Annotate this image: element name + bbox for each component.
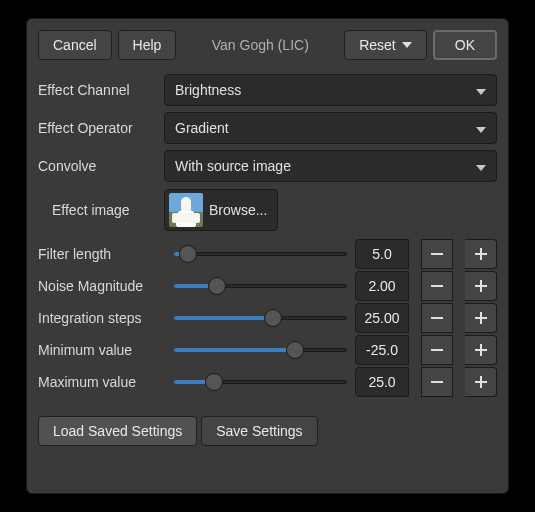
slider-value-input[interactable]: -25.0 bbox=[355, 335, 409, 365]
slider-track[interactable] bbox=[174, 340, 347, 360]
effect-operator-label: Effect Operator bbox=[38, 120, 154, 136]
effect-channel-select[interactable]: Brightness bbox=[164, 74, 497, 106]
slider-track[interactable] bbox=[174, 276, 347, 296]
slider-track[interactable] bbox=[174, 372, 347, 392]
ok-button[interactable]: OK bbox=[433, 30, 497, 60]
content: Effect Channel Brightness Effect Operato… bbox=[38, 74, 497, 446]
chevron-down-icon bbox=[476, 120, 486, 136]
effect-image-label: Effect image bbox=[38, 202, 154, 218]
minus-icon bbox=[431, 253, 443, 255]
plus-icon bbox=[475, 376, 487, 388]
row-convolve: Convolve With source image bbox=[38, 150, 497, 182]
svg-rect-9 bbox=[431, 349, 443, 351]
effect-operator-select[interactable]: Gradient bbox=[164, 112, 497, 144]
slider-knob[interactable] bbox=[205, 373, 223, 391]
slider-value-input[interactable]: 5.0 bbox=[355, 239, 409, 269]
slider-value-input[interactable]: 25.00 bbox=[355, 303, 409, 333]
svg-rect-2 bbox=[475, 253, 487, 255]
browse-label: Browse... bbox=[209, 202, 267, 218]
plus-icon bbox=[475, 312, 487, 324]
decrement-button[interactable] bbox=[421, 303, 453, 333]
decrement-button[interactable] bbox=[421, 335, 453, 365]
decrement-button[interactable] bbox=[421, 367, 453, 397]
slider-fill bbox=[174, 348, 295, 352]
increment-button[interactable] bbox=[465, 271, 497, 301]
effect-operator-value: Gradient bbox=[175, 120, 229, 136]
slider-label: Maximum value bbox=[38, 374, 166, 390]
minus-icon bbox=[431, 381, 443, 383]
dialog: Cancel Help Van Gogh (LIC) Reset OK Effe… bbox=[26, 18, 509, 494]
slider-label: Filter length bbox=[38, 246, 166, 262]
svg-rect-5 bbox=[475, 285, 487, 287]
chevron-down-icon bbox=[476, 158, 486, 174]
minus-icon bbox=[431, 285, 443, 287]
slider-fill bbox=[174, 316, 273, 320]
plus-icon bbox=[475, 344, 487, 356]
svg-rect-3 bbox=[431, 285, 443, 287]
slider-knob[interactable] bbox=[264, 309, 282, 327]
increment-button[interactable] bbox=[465, 303, 497, 333]
reset-button[interactable]: Reset bbox=[344, 30, 427, 60]
effect-channel-label: Effect Channel bbox=[38, 82, 154, 98]
row-effect-image: Effect image Browse... bbox=[38, 188, 497, 232]
slider-label: Minimum value bbox=[38, 342, 166, 358]
svg-rect-14 bbox=[475, 381, 487, 383]
decrement-button[interactable] bbox=[421, 239, 453, 269]
svg-rect-8 bbox=[475, 317, 487, 319]
row-effect-operator: Effect Operator Gradient bbox=[38, 112, 497, 144]
slider-knob[interactable] bbox=[208, 277, 226, 295]
svg-rect-12 bbox=[431, 381, 443, 383]
footer: Load Saved Settings Save Settings bbox=[38, 416, 497, 446]
effect-image-browse-button[interactable]: Browse... bbox=[164, 189, 278, 231]
plus-icon bbox=[475, 280, 487, 292]
dialog-title: Van Gogh (LIC) bbox=[182, 30, 338, 60]
convolve-label: Convolve bbox=[38, 158, 154, 174]
save-settings-button[interactable]: Save Settings bbox=[201, 416, 317, 446]
increment-button[interactable] bbox=[465, 335, 497, 365]
slider-label: Integration steps bbox=[38, 310, 166, 326]
slider-row: Noise Magnitude2.00 bbox=[38, 270, 497, 302]
slider-row: Maximum value25.0 bbox=[38, 366, 497, 398]
reset-label: Reset bbox=[359, 37, 396, 53]
effect-image-thumbnail bbox=[169, 193, 203, 227]
convolve-value: With source image bbox=[175, 158, 291, 174]
top-toolbar: Cancel Help Van Gogh (LIC) Reset OK bbox=[38, 30, 497, 60]
svg-rect-0 bbox=[431, 253, 443, 255]
svg-rect-11 bbox=[475, 349, 487, 351]
minus-icon bbox=[431, 349, 443, 351]
slider-knob[interactable] bbox=[286, 341, 304, 359]
slider-group: Filter length5.0Noise Magnitude2.00Integ… bbox=[38, 238, 497, 398]
svg-rect-6 bbox=[431, 317, 443, 319]
slider-track[interactable] bbox=[174, 308, 347, 328]
slider-track-bg bbox=[174, 252, 347, 256]
decrement-button[interactable] bbox=[421, 271, 453, 301]
slider-knob[interactable] bbox=[179, 245, 197, 263]
load-saved-settings-button[interactable]: Load Saved Settings bbox=[38, 416, 197, 446]
increment-button[interactable] bbox=[465, 239, 497, 269]
increment-button[interactable] bbox=[465, 367, 497, 397]
effect-channel-value: Brightness bbox=[175, 82, 241, 98]
slider-value-input[interactable]: 2.00 bbox=[355, 271, 409, 301]
convolve-select[interactable]: With source image bbox=[164, 150, 497, 182]
chevron-down-icon bbox=[402, 42, 412, 48]
cancel-button[interactable]: Cancel bbox=[38, 30, 112, 60]
plus-icon bbox=[475, 248, 487, 260]
slider-row: Filter length5.0 bbox=[38, 238, 497, 270]
slider-row: Integration steps25.00 bbox=[38, 302, 497, 334]
slider-label: Noise Magnitude bbox=[38, 278, 166, 294]
slider-track[interactable] bbox=[174, 244, 347, 264]
slider-value-input[interactable]: 25.0 bbox=[355, 367, 409, 397]
row-effect-channel: Effect Channel Brightness bbox=[38, 74, 497, 106]
help-button[interactable]: Help bbox=[118, 30, 177, 60]
slider-row: Minimum value-25.0 bbox=[38, 334, 497, 366]
minus-icon bbox=[431, 317, 443, 319]
chevron-down-icon bbox=[476, 82, 486, 98]
